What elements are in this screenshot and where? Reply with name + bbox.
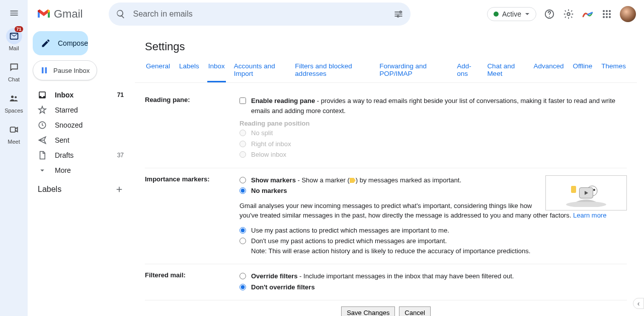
account-avatar[interactable]: [620, 6, 636, 22]
show-markers-radio[interactable]: [239, 177, 246, 183]
chat-icon: [9, 62, 19, 72]
reading-pane-opt-nosplit: [239, 130, 246, 136]
svg-rect-24: [571, 186, 576, 193]
apps-grid-icon[interactable]: [601, 8, 613, 20]
pause-inbox-button[interactable]: Pause Inbox: [33, 60, 97, 80]
svg-point-9: [606, 10, 608, 12]
rail-spaces[interactable]: Spaces: [5, 90, 23, 114]
pause-label: Pause Inbox: [53, 67, 90, 74]
show-markers-text: Show markers - Show a marker () by messa…: [251, 175, 461, 185]
nav-inbox-count: 71: [117, 91, 124, 98]
chevron-left-icon: ‹: [637, 299, 640, 307]
svg-point-20: [566, 201, 606, 207]
status-active-chip[interactable]: Active: [487, 7, 536, 21]
importance-label: Importance markers:: [145, 175, 239, 257]
tab-filters[interactable]: Filters and blocked addresses: [294, 58, 371, 82]
mail-icon: [9, 31, 19, 41]
svg-point-0: [11, 95, 14, 98]
svg-point-8: [603, 10, 605, 12]
search-options-icon[interactable]: [393, 9, 404, 19]
row-filtered-mail: Filtered mail: Override filters - Includ…: [145, 264, 627, 300]
gmail-logo[interactable]: Gmail: [37, 8, 83, 21]
tab-general[interactable]: General: [145, 58, 171, 82]
side-panel-toggle[interactable]: ‹: [633, 298, 644, 309]
no-markers-radio[interactable]: [239, 187, 246, 194]
active-dot-icon: [494, 12, 499, 17]
tab-advanced[interactable]: Advanced: [532, 58, 565, 82]
nav-starred[interactable]: Starred: [33, 102, 130, 118]
addon-icon[interactable]: [582, 8, 594, 20]
dont-use-past-radio[interactable]: [239, 238, 246, 244]
send-icon: [38, 136, 47, 145]
learn-more-link[interactable]: Learn more: [573, 212, 606, 219]
play-icon: [579, 187, 593, 198]
svg-point-23: [593, 189, 595, 191]
row-reading-pane: Reading pane: Enable reading pane - prov…: [145, 89, 627, 168]
tab-chat-meet[interactable]: Chat and Meet: [486, 58, 525, 82]
rail-meet[interactable]: Meet: [6, 122, 22, 145]
svg-rect-2: [10, 127, 15, 132]
override-filters-text: Override filters - Include important mes…: [251, 271, 514, 281]
filtered-label: Filtered mail:: [145, 271, 239, 293]
enable-reading-pane-text: Enable reading pane - provides a way to …: [251, 96, 627, 116]
cancel-button[interactable]: Cancel: [399, 306, 430, 316]
nav-sent-label: Sent: [55, 136, 69, 144]
no-markers-text: No markers: [251, 186, 287, 196]
tab-inbox[interactable]: Inbox: [207, 58, 226, 82]
nav-inbox[interactable]: Inbox 71: [33, 87, 130, 102]
search-input[interactable]: [133, 10, 386, 19]
star-icon: [38, 106, 47, 115]
nav-more[interactable]: More: [33, 163, 130, 178]
settings-title: Settings: [135, 33, 637, 58]
search-bar[interactable]: [109, 3, 411, 26]
support-icon[interactable]: [543, 8, 555, 20]
svg-point-12: [606, 13, 608, 15]
svg-point-11: [603, 13, 605, 15]
tab-forwarding[interactable]: Forwarding and POP/IMAP: [378, 58, 449, 82]
rail-mail[interactable]: 71 Mail: [6, 28, 22, 51]
nav-more-label: More: [55, 166, 71, 174]
add-label-icon[interactable]: [115, 185, 124, 194]
importance-video-thumb[interactable]: [545, 175, 627, 210]
svg-point-14: [603, 16, 605, 18]
nav-snoozed[interactable]: Snoozed: [33, 118, 130, 133]
tab-offline[interactable]: Offline: [572, 58, 593, 82]
save-changes-button[interactable]: Save Changes: [341, 306, 395, 316]
svg-point-1: [15, 96, 17, 98]
chevron-down-icon: [525, 12, 530, 17]
main-menu-icon[interactable]: [8, 7, 20, 19]
dont-override-radio[interactable]: [239, 284, 246, 290]
clock-icon: [38, 121, 47, 130]
enable-reading-pane-checkbox[interactable]: [239, 97, 246, 104]
use-past-text: Use my past actions to predict which mes…: [251, 226, 449, 236]
pencil-icon: [41, 38, 51, 48]
meet-icon: [9, 125, 19, 135]
search-icon: [116, 9, 126, 19]
nav-inbox-label: Inbox: [55, 91, 73, 99]
tab-accounts[interactable]: Accounts and Import: [233, 58, 287, 82]
nav-sent[interactable]: Sent: [33, 133, 130, 148]
compose-button[interactable]: Compose: [33, 31, 88, 55]
override-filters-radio[interactable]: [239, 273, 246, 279]
reading-pane-position-title: Reading pane position: [239, 120, 627, 127]
mail-badge: 71: [15, 26, 23, 32]
settings-gear-icon[interactable]: [562, 8, 575, 20]
tab-themes[interactable]: Themes: [600, 58, 627, 82]
nav-drafts[interactable]: Drafts 37: [33, 148, 130, 163]
draft-icon: [38, 151, 47, 160]
use-past-radio[interactable]: [239, 227, 246, 234]
status-active-label: Active: [502, 10, 521, 18]
pause-icon: [40, 66, 48, 74]
nav-drafts-count: 37: [117, 152, 124, 159]
rail-chat[interactable]: Chat: [6, 59, 22, 82]
nav-drafts-label: Drafts: [55, 151, 73, 159]
svg-point-10: [609, 10, 611, 12]
tab-addons[interactable]: Add-ons: [456, 58, 479, 82]
compose-label: Compose: [58, 39, 88, 47]
rail-mail-label: Mail: [9, 45, 19, 51]
save-cancel-row: Save Changes Cancel: [145, 300, 627, 316]
svg-point-16: [609, 16, 611, 18]
tab-labels[interactable]: Labels: [178, 58, 200, 82]
nav-snoozed-label: Snoozed: [55, 121, 83, 129]
svg-point-15: [606, 16, 608, 18]
